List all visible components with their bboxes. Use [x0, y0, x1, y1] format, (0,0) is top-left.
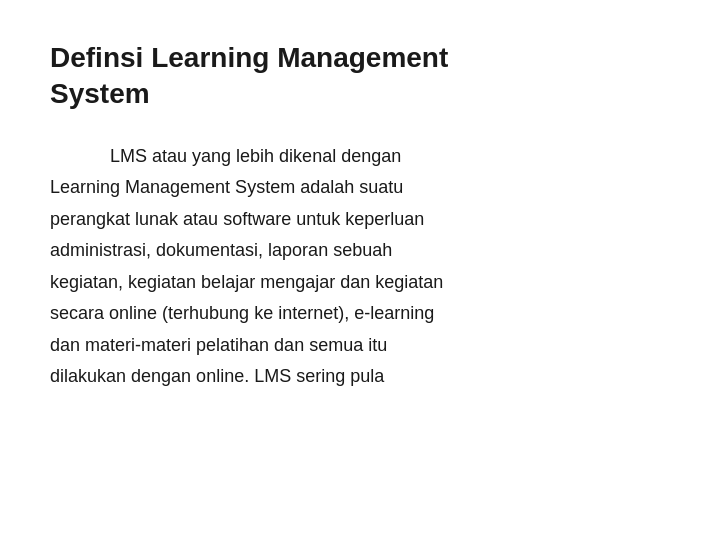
- slide-container: Definsi Learning Management System LMS a…: [0, 0, 720, 540]
- body-line-5: secara online (terhubung ke internet), e…: [50, 298, 670, 330]
- body-line-6: dan materi-materi pelatihan dan semua it…: [50, 330, 670, 362]
- body-line-4: kegiatan, kegiatan belajar mengajar dan …: [50, 267, 670, 299]
- body-line-2: perangkat lunak atau software untuk kepe…: [50, 204, 670, 236]
- body-line-3: administrasi, dokumentasi, laporan sebua…: [50, 235, 670, 267]
- body-line-7: dilakukan dengan online. LMS sering pula: [50, 361, 670, 393]
- body-line-0: LMS atau yang lebih dikenal dengan: [50, 141, 670, 173]
- slide-body: LMS atau yang lebih dikenal denganLearni…: [50, 141, 670, 393]
- slide-title: Definsi Learning Management System: [50, 40, 670, 113]
- body-line-1: Learning Management System adalah suatu: [50, 172, 670, 204]
